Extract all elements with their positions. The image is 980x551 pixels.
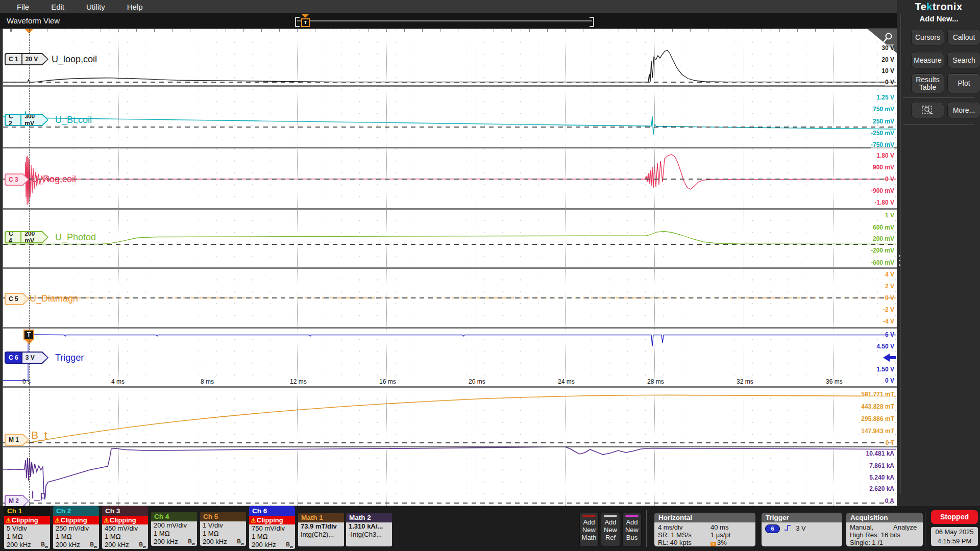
channel-tab-ch-5[interactable]: Ch 51 V/div1 MΩ200 kHzBw <box>200 512 246 546</box>
overview-trigger-icon[interactable]: T <box>301 18 310 27</box>
channel-badge-c4[interactable]: C 4200 mV <box>5 231 48 243</box>
zoom-select-button[interactable] <box>911 102 944 118</box>
warning-icon: ⚠ <box>103 517 110 524</box>
panel-drag-handle[interactable] <box>899 255 901 269</box>
channel-tab-ch-1[interactable]: Ch 1⚠Clipping5 V/div1 MΩ200 kHzBw <box>4 506 50 549</box>
channel-tab-ch-6[interactable]: Ch 6⚠Clipping750 mV/div1 MΩ200 kHzBw <box>249 506 295 549</box>
clipping-warning: ⚠Clipping <box>53 516 99 524</box>
badge-segment: 3 V <box>21 353 38 363</box>
channel-badge-m2[interactable]: M 2 <box>5 495 29 507</box>
channel-tab-ch-2[interactable]: Ch 2⚠Clipping250 mV/div1 MΩ200 kHzBw <box>53 506 99 549</box>
axis-label: 6 V <box>885 331 894 338</box>
menu-edit[interactable]: Edit <box>41 3 77 11</box>
add-new-math-button[interactable]: AddNewMath <box>579 513 599 546</box>
major-gridline <box>744 29 744 506</box>
major-gridline <box>297 29 298 506</box>
channel-label-c4[interactable]: U_Photod <box>55 232 96 243</box>
add-new-ref-button[interactable]: AddNewRef <box>601 513 620 546</box>
trace-c6 <box>3 335 896 381</box>
trigger-panel-title: Trigger <box>762 513 842 522</box>
channel-tab-ch-4[interactable]: Ch 4200 mV/div1 MΩ200 kHzBw <box>151 512 197 546</box>
add-new-bus-button[interactable]: AddNewBus <box>622 513 642 546</box>
acquisition-highres: High Res: 16 bits <box>846 531 923 539</box>
logo-k: k <box>926 1 933 12</box>
acquisition-panel[interactable]: Acquisition Manual,Analyze High Res: 16 … <box>846 513 923 546</box>
menu-utility[interactable]: Utility <box>77 3 117 11</box>
channel-label-c5[interactable]: U_Diamagn <box>30 293 78 304</box>
time-axis-label: 4 ms <box>111 378 142 385</box>
channel-badge-c6[interactable]: C 63 V <box>5 352 48 364</box>
channel-badge-c2[interactable]: C 2300 mV <box>5 114 48 126</box>
run-stop-status-button[interactable]: Stopped <box>931 510 978 524</box>
tab-impedance: 1 MΩ <box>200 530 246 538</box>
channel-label-c6[interactable]: Trigger <box>55 353 84 363</box>
overview-left-bracket[interactable] <box>295 17 300 27</box>
axis-label: -4 V <box>883 318 894 325</box>
menu-file[interactable]: File <box>7 3 41 11</box>
time-axis-label: 8 ms <box>201 378 231 385</box>
measure-button[interactable]: Measure <box>911 52 944 68</box>
plot-button[interactable]: Plot <box>947 73 980 93</box>
channel-badge-m1[interactable]: M 1 <box>5 434 29 446</box>
horizontal-panel[interactable]: Horizontal 4 ms/div40 ms SR: 1 MS/s1 µs/… <box>654 513 755 546</box>
trigger-source-badge: 6 <box>765 524 780 533</box>
axis-label: 0 V <box>885 294 894 302</box>
axis-label: 1.50 V <box>876 366 894 373</box>
channel-tab-ch-3[interactable]: Ch 3⚠Clipping450 mV/div1 MΩ200 kHzBw <box>102 506 148 549</box>
axis-label: -250 mV <box>871 130 894 137</box>
menu-help[interactable]: Help <box>117 3 155 11</box>
tab-header: Ch 2 <box>53 506 99 516</box>
button-color-stripe <box>582 515 596 517</box>
more-button[interactable]: More... <box>947 102 980 118</box>
cursors-button[interactable]: Cursors <box>911 29 944 45</box>
waveform-plot-area[interactable]: T 30 V20 V10 V0 VC 120 VU_loop,coil1.25 … <box>3 29 898 506</box>
horizontal-window: 40 ms <box>710 523 728 531</box>
channel-label-m1[interactable]: B_t <box>31 429 47 441</box>
channel-badge-c5[interactable]: C 5 <box>5 293 29 305</box>
tab-scale: 73.9 mT/div <box>298 522 344 531</box>
axis-label: -600 mV <box>871 259 894 266</box>
right-sidebar: Tektronix Add New... Cursors Callout Mea… <box>897 0 980 506</box>
logo-te: Te <box>915 1 926 12</box>
tab-bandwidth: 200 kHzBw <box>53 541 99 549</box>
clipping-warning: ⚠Clipping <box>4 516 50 524</box>
record-overview-bar[interactable]: T <box>295 15 594 27</box>
badge-segment: 20 V <box>21 54 41 64</box>
channel-label-c3[interactable]: U_Rog,coil <box>31 174 76 185</box>
results-table-button[interactable]: Results Table <box>911 73 944 93</box>
channel-badge-c1[interactable]: C 120 V <box>5 53 48 65</box>
tab-header: Math 2 <box>346 513 392 522</box>
axis-label: -750 mV <box>871 141 894 148</box>
channel-label-c2[interactable]: U_Bt,coil <box>55 115 92 126</box>
time-value: 4:15:59 PM <box>931 537 978 546</box>
bottom-bar-divider <box>925 510 925 547</box>
slice-separator <box>3 327 897 329</box>
warning-icon: ⚠ <box>250 517 257 524</box>
tab-bandwidth: 200 kHzBw <box>4 541 50 549</box>
axis-label: 0 V <box>885 79 894 86</box>
channel-label-m2[interactable]: I_p <box>31 489 46 501</box>
channel-tab-math-2[interactable]: Math 21.310 kA/...-Intg(Ch3... <box>346 513 392 546</box>
tab-scale: 250 mV/div <box>53 524 99 533</box>
channel-label-c1[interactable]: U_loop,coil <box>52 54 97 65</box>
axis-label: 443.828 mT <box>861 403 894 410</box>
search-button[interactable]: Search <box>947 52 980 68</box>
badge-segment: C 1 <box>6 54 21 64</box>
trigger-panel[interactable]: Trigger 6 3 V <box>762 513 842 546</box>
trigger-level-arrow[interactable] <box>883 354 896 362</box>
axis-label: 5.240 kA <box>869 474 894 481</box>
tab-header: Ch 1 <box>4 506 50 516</box>
channel-badge-c3[interactable]: C 3 <box>5 173 29 186</box>
axis-label: 147.943 mT <box>861 428 894 435</box>
tab-header: Math 1 <box>298 513 344 522</box>
badge-segment: C 5 <box>6 294 21 304</box>
channel-tab-math-1[interactable]: Math 173.9 mT/divIntg(Ch2)... <box>298 513 344 546</box>
slice-separator <box>3 446 897 447</box>
callout-button[interactable]: Callout <box>947 29 980 45</box>
overview-right-bracket[interactable] <box>590 17 594 27</box>
time-axis-label: 16 ms <box>379 378 410 385</box>
bandwidth-limit-icon: Bw <box>188 538 195 546</box>
button-color-stripe <box>604 515 617 517</box>
datetime-badge: 06 May 2025 4:15:59 PM <box>931 527 978 546</box>
tab-impedance: Intg(Ch2)... <box>298 531 344 539</box>
